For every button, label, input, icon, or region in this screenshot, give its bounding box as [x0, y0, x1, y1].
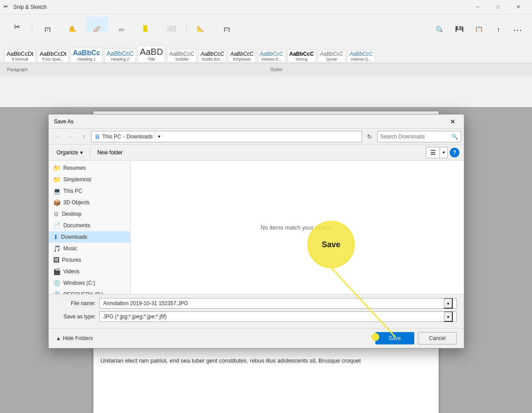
- ribbon-bottom: Paragraph Styles: [0, 63, 532, 76]
- dialog-content: 📁 Resumes 📁 Simplemost 💻 This PC 📦 3D Ob…: [49, 161, 464, 294]
- 3d-icon: 📦: [53, 199, 61, 206]
- dialog-fields: File name: Annotation 2019-10-31 152357.…: [49, 294, 464, 328]
- hide-folders-arrow-icon: ▲: [56, 335, 61, 341]
- style-strong: AaBbCcC Strong: [287, 50, 316, 63]
- style-heading2: AaBbCcC Heading 2: [104, 49, 136, 63]
- close-button[interactable]: ✕: [508, 0, 528, 14]
- no-items-message: No items match your search.: [261, 224, 334, 231]
- filename-value: Annotation 2019-10-31 152357.JPG: [103, 300, 444, 306]
- maximize-button[interactable]: □: [488, 0, 508, 14]
- sidebar-item-3d-objects[interactable]: 📦 3D Objects: [49, 197, 130, 208]
- sidebar-label-documents: Documents: [63, 222, 90, 229]
- sidebar-label-resumes: Resumes: [63, 165, 86, 171]
- dialog-title: Save As: [54, 119, 447, 125]
- savetype-input[interactable]: JPG (*.jpg;*.jpeg;*.jpe;*.jfif) ▾: [99, 311, 457, 322]
- window-controls: ─ □ ✕: [467, 0, 528, 14]
- style-heading1: AaBbCc Heading 1: [70, 48, 102, 63]
- sidebar-label-desktop: Desktop: [62, 211, 81, 217]
- dialog-buttons-row: ▲ Hide Folders Save Cancel: [49, 328, 464, 348]
- snip-titlebar: ✂ Snip & Sketch ─ □ ✕: [0, 0, 532, 14]
- sidebar-item-windows-c[interactable]: 💿 Windows (C:): [49, 277, 130, 289]
- savetype-dropdown-button[interactable]: ▾: [444, 311, 453, 322]
- path-icon: 🖥: [94, 133, 100, 140]
- sidebar-item-this-pc[interactable]: 💻 This PC: [49, 185, 130, 197]
- sidebar-label-pictures: Pictures: [62, 257, 81, 263]
- sidebar-item-videos[interactable]: 🎬 Videos: [49, 266, 130, 277]
- search-box: 🔍: [377, 131, 461, 142]
- style-normal: AaBbCcDt ¶ Normal: [4, 49, 36, 63]
- organize-label: Organize: [57, 149, 78, 156]
- filename-label: File name:: [56, 300, 96, 306]
- hide-folders-button[interactable]: ▲ Hide Folders: [56, 335, 93, 341]
- sidebar-item-resumes[interactable]: 📁 Resumes: [49, 162, 130, 174]
- search-icon: 🔍: [451, 134, 458, 140]
- sidebar-item-simplemost[interactable]: 📁 Simplemost: [49, 174, 130, 185]
- music-icon: 🎵: [53, 245, 61, 252]
- nav-forward-button[interactable]: →: [65, 131, 76, 142]
- refresh-button[interactable]: ↻: [364, 131, 375, 142]
- dialog-save-button[interactable]: Save: [375, 332, 414, 344]
- styles-label: Styles: [28, 67, 525, 72]
- dialog-close-button[interactable]: ✕: [447, 116, 459, 127]
- toolbar-right-area: ☰ ▾ ?: [426, 147, 459, 158]
- paragraph-label: Paragraph: [7, 67, 28, 72]
- address-path[interactable]: 🖥 This PC › Downloads ▾: [91, 131, 362, 142]
- sidebar-label-downloads: Downloads: [61, 234, 87, 240]
- savetype-value: JPG (*.jpg;*.jpeg;*.jpe;*.jfif): [103, 314, 444, 320]
- folder-icon: 📁: [53, 176, 61, 183]
- view-dropdown-button[interactable]: ▾: [440, 147, 448, 158]
- new-folder-label: New folder: [97, 149, 123, 156]
- search-input[interactable]: [380, 134, 450, 140]
- path-downloads: Downloads: [127, 134, 153, 140]
- dialog-actions: Save Cancel: [375, 332, 457, 344]
- sidebar-label-recovery-d: RECOVERY (D:): [63, 291, 103, 294]
- sidebar-item-desktop[interactable]: 🖥 Desktop: [49, 208, 130, 220]
- sidebar-item-recovery-d[interactable]: 💿 RECOVERY (D:): [49, 289, 130, 294]
- filename-dropdown-button[interactable]: ▾: [444, 298, 453, 309]
- path-sep: ›: [123, 134, 125, 140]
- cancel-button-label: Cancel: [429, 335, 445, 341]
- dialog-sidebar: 📁 Resumes 📁 Simplemost 💻 This PC 📦 3D Ob…: [49, 161, 131, 294]
- nav-up-button[interactable]: ↑: [78, 131, 89, 142]
- videos-icon: 🎬: [53, 268, 61, 275]
- word-body-text: Unitarian elect ram patriot, end sea tub…: [93, 350, 439, 371]
- sidebar-item-music[interactable]: 🎵 Music: [49, 243, 130, 254]
- dialog-cancel-button[interactable]: Cancel: [418, 332, 457, 344]
- style-title: AaBD Title: [138, 46, 165, 63]
- sidebar-label-this-pc: This PC: [63, 188, 82, 194]
- desktop-icon: 🖥: [53, 210, 59, 218]
- toolbar-separator: [90, 148, 90, 157]
- style-intense-q: AaBbCcC Intense Q...: [347, 50, 375, 63]
- organize-button[interactable]: Organize ▾: [53, 148, 86, 157]
- folder-icon: 📁: [53, 164, 61, 172]
- nav-back-button[interactable]: ←: [51, 131, 63, 142]
- minimize-button[interactable]: ─: [467, 0, 488, 14]
- organize-dropdown-icon: ▾: [80, 149, 83, 156]
- new-folder-button[interactable]: New folder: [94, 148, 126, 157]
- style-quote: AaBbCcC Quote: [318, 50, 346, 63]
- sidebar-label-windows-c: Windows (C:): [63, 280, 95, 286]
- sidebar-label-videos: Videos: [63, 268, 79, 275]
- sidebar-item-pictures[interactable]: 🖼 Pictures: [49, 254, 130, 266]
- sidebar-item-documents[interactable]: 📄 Documents: [49, 220, 130, 231]
- word-ribbon: AaBbCcDt ¶ Normal AaBbCcDt ¶ No Spac... …: [0, 32, 532, 107]
- dialog-main-area: No items match your search.: [131, 161, 464, 294]
- view-button[interactable]: ☰: [426, 147, 440, 158]
- style-emphasis: AaBbCcC Emphasis: [228, 50, 256, 63]
- dialog-addressbar: ← → ↑ 🖥 This PC › Downloads ▾ ↻ 🔍: [49, 129, 464, 145]
- dialog-titlebar: Save As ✕: [49, 115, 464, 129]
- save-as-dialog: Save As ✕ ← → ↑ 🖥 This PC › Downloads ▾ …: [48, 114, 464, 348]
- filename-input[interactable]: Annotation 2019-10-31 152357.JPG ▾: [99, 298, 457, 309]
- disk-icon: 💿: [53, 279, 61, 287]
- filename-row: File name: Annotation 2019-10-31 152357.…: [56, 298, 457, 309]
- style-intense-e: AaBbCcC Intense E...: [258, 50, 285, 63]
- help-icon: ?: [453, 149, 456, 156]
- address-dropdown-button[interactable]: ▾: [154, 131, 163, 142]
- sidebar-label-3d-objects: 3D Objects: [63, 199, 89, 206]
- documents-icon: 📄: [53, 222, 61, 229]
- dialog-toolbar: Organize ▾ New folder ☰ ▾ ?: [49, 145, 464, 161]
- save-button-label: Save: [389, 335, 401, 341]
- help-button[interactable]: ?: [450, 148, 459, 157]
- sidebar-label-music: Music: [63, 245, 77, 252]
- sidebar-item-downloads[interactable]: ⬇ Downloads: [49, 231, 130, 243]
